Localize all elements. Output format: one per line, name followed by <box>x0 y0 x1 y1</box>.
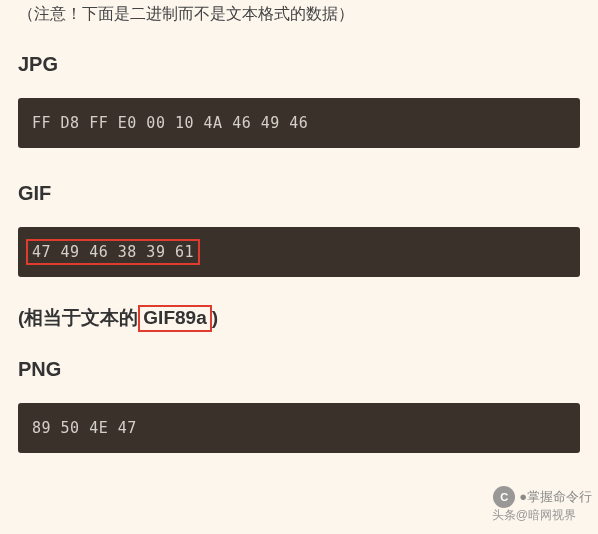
png-hex-block: 89 50 4E 47 <box>18 403 580 453</box>
png-heading: PNG <box>18 358 580 381</box>
gif-heading: GIF <box>18 182 580 205</box>
watermark-line2: 头条@暗网视界 <box>492 507 576 524</box>
watermark-line1: C ●掌握命令行 <box>493 486 592 508</box>
wechat-icon: C <box>493 486 515 508</box>
png-hex-text: 89 50 4E 47 <box>32 419 137 437</box>
gif-subnote-boxed: GIF89a <box>138 305 211 332</box>
jpg-hex-text: FF D8 FF E0 00 10 4A 46 49 46 <box>32 114 308 132</box>
gif-hex-block: 47 49 46 38 39 61 <box>18 227 580 277</box>
gif-hex-text: 47 49 46 38 39 61 <box>26 239 200 265</box>
jpg-heading: JPG <box>18 53 580 76</box>
binary-note: （注意！下面是二进制而不是文本格式的数据） <box>18 4 580 25</box>
watermark-text1: ●掌握命令行 <box>519 488 592 506</box>
gif-subnote: (相当于文本的GIF89a) <box>18 305 580 332</box>
jpg-hex-block: FF D8 FF E0 00 10 4A 46 49 46 <box>18 98 580 148</box>
gif-subnote-suffix: ) <box>212 307 218 328</box>
gif-subnote-prefix: (相当于文本的 <box>18 307 138 328</box>
